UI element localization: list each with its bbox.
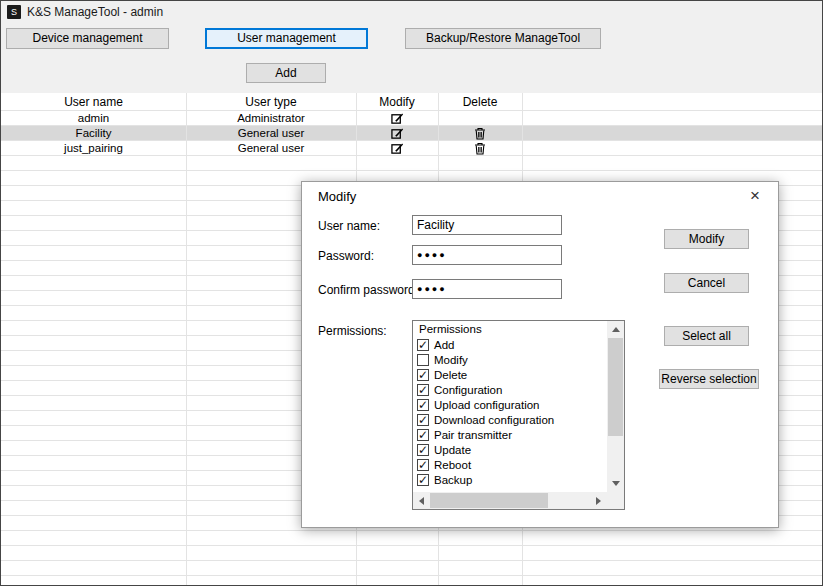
user-name-label: User name: (318, 219, 380, 233)
permissions-label: Permissions: (318, 324, 387, 338)
permission-item[interactable]: Reboot (413, 457, 607, 472)
confirm-password-field[interactable] (412, 279, 562, 299)
dialog-cancel-button[interactable]: Cancel (664, 273, 749, 293)
permission-item[interactable]: Upload configuration (413, 397, 607, 412)
horizontal-scroll-thumb[interactable] (430, 493, 548, 508)
window-title: K&S ManageTool - admin (27, 5, 163, 19)
cell-user-name: Facility (1, 126, 186, 140)
vertical-scroll-thumb[interactable] (608, 338, 623, 436)
header-delete: Delete (438, 93, 522, 110)
modify-row-icon[interactable] (391, 127, 404, 140)
select-all-button[interactable]: Select all (664, 326, 749, 346)
horizontal-scrollbar[interactable] (413, 492, 607, 509)
modify-dialog: Modify × User name: Password: Confirm pa… (301, 181, 779, 528)
vertical-scrollbar[interactable] (607, 321, 624, 492)
checkbox[interactable] (417, 474, 429, 486)
permission-label: Reboot (434, 459, 471, 471)
scroll-down-icon[interactable] (607, 475, 624, 492)
table-row-facility[interactable]: Facility General user (1, 126, 822, 141)
close-icon[interactable]: × (744, 185, 766, 207)
backup-restore-button[interactable]: Backup/Restore ManageTool (405, 28, 601, 49)
dialog-title-bar: Modify × (302, 182, 778, 210)
permission-item[interactable]: Add (413, 337, 607, 352)
delete-row-icon[interactable] (474, 127, 486, 140)
header-user-type: User type (186, 93, 356, 110)
modify-row-icon[interactable] (391, 112, 404, 125)
checkbox[interactable] (417, 444, 429, 456)
checkbox[interactable] (417, 354, 429, 366)
device-management-button[interactable]: Device management (6, 28, 169, 49)
add-user-button[interactable]: Add (246, 63, 326, 83)
cell-user-name: admin (1, 111, 186, 125)
permission-label: Upload configuration (434, 399, 540, 411)
scroll-up-icon[interactable] (607, 321, 624, 338)
permission-label: Update (434, 444, 471, 456)
scroll-left-icon[interactable] (413, 492, 430, 509)
user-name-field[interactable] (412, 215, 562, 235)
permissions-list-header: Permissions (413, 321, 607, 337)
table-row-just-pairing[interactable]: just_pairing General user (1, 141, 822, 156)
dialog-title: Modify (318, 189, 356, 204)
permission-label: Configuration (434, 384, 502, 396)
permission-item[interactable]: Pair transmitter (413, 427, 607, 442)
password-label: Password: (318, 249, 374, 263)
scroll-right-icon[interactable] (590, 492, 607, 509)
permission-label: Add (434, 339, 454, 351)
password-field[interactable] (412, 245, 562, 265)
user-management-button[interactable]: User management (205, 28, 368, 49)
checkbox[interactable] (417, 384, 429, 396)
cell-user-name: just_pairing (1, 141, 186, 155)
permission-item[interactable]: Backup (413, 472, 607, 487)
permissions-list: Permissions Add Modify Delete Configurat… (413, 321, 607, 492)
permission-label: Pair transmitter (434, 429, 512, 441)
toolbar: Device management User management Backup… (1, 23, 822, 93)
checkbox[interactable] (417, 414, 429, 426)
permission-item[interactable]: Modify (413, 352, 607, 367)
modify-row-icon[interactable] (391, 142, 404, 155)
checkbox[interactable] (417, 429, 429, 441)
checkbox[interactable] (417, 369, 429, 381)
checkbox[interactable] (417, 399, 429, 411)
confirm-password-label: Confirm password: (318, 283, 418, 297)
table-header-row: User name User type Modify Delete (1, 93, 822, 111)
permission-item[interactable]: Configuration (413, 382, 607, 397)
header-user-name: User name (1, 93, 186, 110)
permission-label: Delete (434, 369, 467, 381)
app-logo-icon: S (7, 5, 21, 19)
cell-user-type: General user (186, 126, 356, 140)
delete-row-icon[interactable] (474, 142, 486, 155)
header-modify: Modify (356, 93, 438, 110)
reverse-selection-button[interactable]: Reverse selection (659, 369, 759, 389)
permission-label: Modify (434, 354, 468, 366)
table-row-admin[interactable]: admin Administrator (1, 111, 822, 126)
checkbox[interactable] (417, 459, 429, 471)
cell-user-type: General user (186, 141, 356, 155)
permission-item[interactable]: Update (413, 442, 607, 457)
cell-user-type: Administrator (186, 111, 356, 125)
permission-label: Download configuration (434, 414, 554, 426)
permission-label: Backup (434, 474, 472, 486)
permissions-listbox: Permissions Add Modify Delete Configurat… (412, 320, 625, 510)
dialog-modify-button[interactable]: Modify (664, 229, 749, 249)
permission-item[interactable]: Delete (413, 367, 607, 382)
permission-item[interactable]: Download configuration (413, 412, 607, 427)
scrollbar-corner (607, 492, 624, 509)
app-window: S K&S ManageTool - admin Device manageme… (0, 0, 823, 586)
title-bar: S K&S ManageTool - admin (1, 1, 822, 23)
header-spacer (522, 93, 822, 110)
checkbox[interactable] (417, 339, 429, 351)
